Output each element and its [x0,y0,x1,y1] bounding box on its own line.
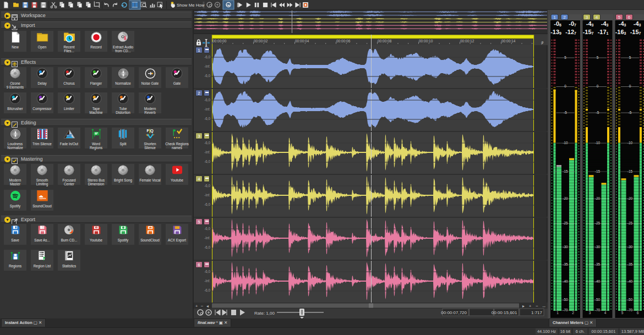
svg-text:-5: -5 [629,111,632,114]
svg-text:Rate: 1,00: Rate: 1,00 [254,311,275,316]
svg-text:-15: -15 [627,169,633,173]
svg-text:2: 2 [563,15,566,20]
svg-text:-70: -70 [595,308,601,312]
svg-text:-15: -15 [563,169,568,173]
svg-text:-10: -10 [563,141,568,145]
svg-text:-15: -15 [595,169,601,173]
svg-text:6: 6 [628,15,631,20]
svg-text:-10: -10 [595,141,601,145]
svg-text:5: 5 [597,56,599,59]
svg-text:0: 0 [629,84,631,88]
svg-text:00:00:15,601: 00:00:15,601 [492,310,517,315]
svg-text:-5: -5 [596,111,599,114]
svg-text:-70: -70 [563,308,568,312]
svg-text:5: 5 [564,56,566,59]
svg-text:0: 0 [597,84,599,88]
svg-text:-25: -25 [595,221,601,225]
svg-text:-35: -35 [563,262,568,266]
svg-text:3: 3 [589,311,591,315]
svg-text:-35: -35 [595,262,601,266]
svg-text:-70: -70 [627,308,633,312]
svg-text:-10: -10 [627,141,633,145]
svg-text:1: 1 [556,311,559,315]
svg-text:2: 2 [572,311,574,315]
svg-text:5: 5 [629,56,631,59]
svg-text:00:00:07,720: 00:00:07,720 [441,310,467,315]
svg-text:4: 4 [604,311,607,315]
svg-text:5: 5 [618,15,621,20]
svg-text:3: 3 [586,15,588,20]
svg-text:-25: -25 [627,221,633,225]
svg-text:-35: -35 [627,262,633,266]
svg-text:4: 4 [596,15,598,20]
svg-text:6: 6 [637,311,639,315]
svg-text:-25: -25 [563,221,568,225]
svg-text:5: 5 [621,311,624,315]
svg-text:1: 1 [553,15,556,20]
svg-text:1:717: 1:717 [531,310,543,315]
svg-text:0: 0 [564,84,566,88]
svg-text:-5: -5 [564,111,567,114]
